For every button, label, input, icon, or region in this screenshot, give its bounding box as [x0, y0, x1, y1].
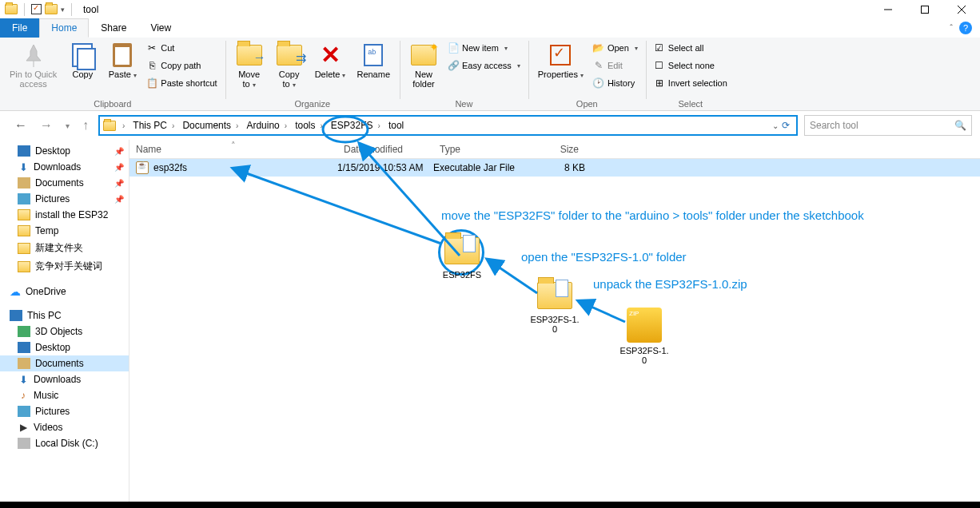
documents-icon	[18, 358, 30, 369]
nav-pc-pictures[interactable]: Pictures	[0, 403, 129, 419]
breadcrumb-dropdown-icon[interactable]: ⌄	[772, 121, 779, 130]
nav-downloads[interactable]: ⬇Downloads📌	[0, 159, 129, 175]
edit-icon: ✎	[593, 60, 604, 71]
open-button[interactable]: 📂 Open	[590, 39, 641, 57]
crumb-esp32fs[interactable]: ESP32FS›	[328, 120, 384, 131]
pin-icon: 📌	[114, 195, 124, 204]
column-name[interactable]: Name	[129, 144, 337, 155]
nav-pc-desktop[interactable]: Desktop	[0, 339, 129, 355]
tab-view[interactable]: View	[138, 18, 183, 38]
nav-local-disk[interactable]: Local Disk (C:)	[0, 435, 129, 451]
nav-documents[interactable]: Documents📌	[0, 175, 129, 191]
cut-button[interactable]: ✂ Cut	[143, 39, 220, 57]
ribbon-group-organize: → Move to ⇉ Copy to ✕ Delete Rename Orga…	[225, 38, 400, 110]
file-row-esp32fs[interactable]: esp32fs 1/15/2019 10:53 AM Executable Ja…	[129, 159, 980, 177]
nav-3d-objects[interactable]: 3D Objects	[0, 323, 129, 339]
minimize-button[interactable]	[870, 0, 906, 18]
select-all-icon: ☑	[654, 42, 665, 54]
downloads-icon: ⬇	[18, 374, 29, 385]
paste-label: Paste	[109, 69, 137, 80]
ribbon-group-open: Properties 📂 Open ✎ Edit 🕑 History Open	[528, 38, 646, 110]
nav-install-esp32[interactable]: install the ESP32	[0, 207, 129, 223]
recent-dropdown[interactable]: ▾	[62, 121, 73, 130]
delete-button[interactable]: ✕ Delete	[310, 39, 351, 83]
qat-separator	[24, 3, 25, 16]
refresh-icon[interactable]: ⟳	[782, 120, 790, 131]
tab-share[interactable]: Share	[89, 18, 138, 38]
pin-to-quick-access-button[interactable]: Pin to Quick access	[5, 39, 62, 92]
copy-to-button[interactable]: ⇉ Copy to	[270, 39, 309, 93]
rename-button[interactable]: Rename	[352, 39, 395, 82]
music-icon: ♪	[18, 390, 29, 401]
crumb-tools[interactable]: tools›	[292, 120, 326, 131]
search-input[interactable]: Search tool 🔍	[804, 115, 972, 136]
clipboard-group-label: Clipboard	[94, 99, 131, 109]
tab-file[interactable]: File	[0, 18, 39, 38]
downloads-icon: ⬇	[18, 161, 29, 173]
file-type: Executable Jar File	[433, 162, 529, 173]
move-to-button[interactable]: → Move to	[230, 39, 269, 93]
select-all-button[interactable]: ☑ Select all	[651, 39, 731, 57]
folder-icon	[18, 209, 30, 220]
column-headers[interactable]: Name Date modified Type Size	[129, 140, 980, 159]
nav-temp[interactable]: Temp	[0, 223, 129, 239]
navigation-pane[interactable]: Desktop📌 ⬇Downloads📌 Documents📌 Pictures…	[0, 140, 129, 502]
nav-onedrive[interactable]: ☁OneDrive	[0, 284, 129, 300]
new-item-label: New item	[462, 43, 499, 53]
column-type[interactable]: Type	[433, 144, 529, 155]
pin-icon: 📌	[114, 163, 124, 172]
crumb-this-pc[interactable]: This PC›	[129, 120, 177, 131]
crumb-arduino[interactable]: Arduino›	[243, 120, 290, 131]
properties-button[interactable]: Properties	[533, 39, 588, 83]
annotation-zip: ESP32FS-1. 0	[627, 308, 662, 343]
back-button[interactable]: ←	[11, 118, 30, 133]
nav-pc-videos[interactable]: ▶Videos	[0, 419, 129, 435]
new-item-button[interactable]: 📄 New item	[444, 39, 524, 57]
maximize-button[interactable]	[906, 0, 943, 18]
edit-button[interactable]: ✎ Edit	[590, 57, 641, 74]
column-date[interactable]: Date modified	[337, 144, 433, 155]
crumb-tool[interactable]: tool	[385, 120, 407, 131]
ribbon-tabs: File Home Share View ˆ ?	[0, 18, 980, 38]
copy-path-button[interactable]: ⎘ Copy path	[143, 57, 220, 74]
nav-cn1[interactable]: 新建文件夹	[0, 239, 129, 257]
easy-access-button[interactable]: 🔗 Easy access	[444, 57, 524, 74]
ribbon-collapse-icon[interactable]: ˆ	[950, 23, 953, 33]
tab-home[interactable]: Home	[39, 18, 89, 38]
select-none-button[interactable]: ☐ Select none	[651, 57, 731, 74]
annotation-circle-esp32fs	[438, 229, 484, 276]
desktop-icon	[18, 145, 30, 157]
jar-file-icon	[136, 161, 149, 174]
help-icon[interactable]: ?	[959, 22, 972, 34]
rename-label: Rename	[357, 69, 390, 79]
crumb-documents[interactable]: Documents›	[179, 120, 241, 131]
column-size[interactable]: Size	[529, 144, 585, 155]
easy-access-label: Easy access	[462, 61, 512, 70]
new-folder-qat-icon[interactable]	[45, 4, 58, 14]
paste-shortcut-button[interactable]: 📋 Paste shortcut	[143, 74, 220, 92]
up-button[interactable]: ↑	[79, 118, 92, 133]
nav-cn2[interactable]: 竞争对手关键词	[0, 257, 129, 276]
forward-button[interactable]: →	[37, 118, 56, 133]
history-button[interactable]: 🕑 History	[590, 74, 641, 92]
nav-desktop[interactable]: Desktop📌	[0, 143, 129, 159]
window-controls	[870, 0, 980, 18]
nav-pc-documents[interactable]: Documents	[0, 355, 129, 371]
invert-selection-button[interactable]: ⊞ Invert selection	[651, 74, 731, 92]
close-button[interactable]	[943, 0, 980, 18]
folder-icon	[5, 4, 18, 14]
breadcrumb[interactable]: › This PC› Documents› Arduino› tools› ES…	[98, 115, 798, 136]
nav-this-pc[interactable]: This PC	[0, 308, 129, 323]
copy-button[interactable]: Copy	[63, 39, 102, 82]
properties-qat-icon[interactable]	[31, 4, 42, 14]
new-folder-button[interactable]: New folder	[404, 39, 443, 92]
nav-pictures[interactable]: Pictures📌	[0, 191, 129, 207]
nav-pc-downloads[interactable]: ⬇Downloads	[0, 371, 129, 387]
chevron-right-icon[interactable]: ›	[121, 121, 125, 130]
qat-dropdown-icon[interactable]: ▾	[61, 6, 65, 14]
videos-icon: ▶	[18, 422, 29, 433]
content-pane[interactable]: Name Date modified Type Size esp32fs 1/1…	[129, 140, 980, 502]
nav-pc-music[interactable]: ♪Music	[0, 387, 129, 403]
paste-button[interactable]: Paste	[103, 39, 141, 83]
folder-icon	[18, 243, 30, 254]
